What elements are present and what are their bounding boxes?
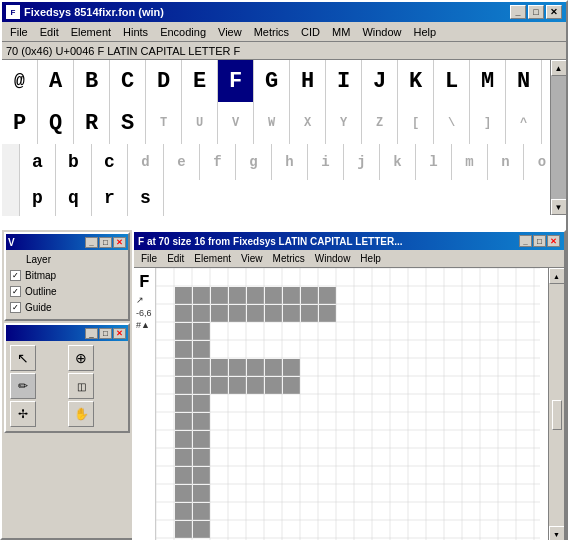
char-cell-p[interactable]: p (20, 180, 56, 216)
editor-menu-window[interactable]: Window (310, 252, 356, 265)
tool-hand-btn[interactable]: ✋ (68, 401, 94, 427)
editor-title-buttons: _ □ ✕ (519, 235, 560, 247)
char-cell-i[interactable]: i (308, 144, 344, 180)
char-cell-b[interactable]: b (56, 144, 92, 180)
char-cell-M[interactable]: M (470, 60, 506, 102)
char-cell-T[interactable]: T (146, 102, 182, 144)
char-cell-f[interactable]: f (200, 144, 236, 180)
layer-guide-checkbox[interactable] (10, 302, 21, 313)
menu-metrics[interactable]: Metrics (248, 23, 295, 41)
char-grid-vscroll[interactable]: ▲ ▼ (550, 60, 566, 215)
editor-menu-edit[interactable]: Edit (162, 252, 189, 265)
char-cell-U[interactable]: U (182, 102, 218, 144)
editor-menu-help[interactable]: Help (355, 252, 386, 265)
char-cell-I[interactable]: I (326, 60, 362, 102)
char-cell-D[interactable]: D (146, 60, 182, 102)
char-cell-Q[interactable]: Q (38, 102, 74, 144)
char-cell-rbracket[interactable]: ] (470, 102, 506, 144)
char-cell-c[interactable]: c (92, 144, 128, 180)
layers-restore-btn[interactable]: □ (99, 237, 112, 248)
layer-outline-checkbox[interactable] (10, 286, 21, 297)
menu-element[interactable]: Element (65, 23, 117, 41)
char-cell-J[interactable]: J (362, 60, 398, 102)
tool-move-btn[interactable]: ✢ (10, 401, 36, 427)
tool-pointer-btn[interactable]: ↖ (10, 345, 36, 371)
char-cell-h[interactable]: h (272, 144, 308, 180)
char-cell-q[interactable]: q (56, 180, 92, 216)
char-cell-L[interactable]: L (434, 60, 470, 102)
char-cell-H[interactable]: H (290, 60, 326, 102)
char-cell-caret[interactable]: ^ (506, 102, 542, 144)
editor-vscroll[interactable]: ▲ ▼ (548, 268, 564, 540)
tools-restore-btn[interactable]: □ (99, 328, 112, 339)
char-cell-X[interactable]: X (290, 102, 326, 144)
char-cell-at[interactable]: @ (2, 60, 38, 102)
editor-restore-btn[interactable]: □ (533, 235, 546, 247)
editor-menu-element[interactable]: Element (189, 252, 236, 265)
char-cell-B[interactable]: B (74, 60, 110, 102)
tools-minimize-btn[interactable]: _ (85, 328, 98, 339)
menu-cid[interactable]: CID (295, 23, 326, 41)
char-cell-V[interactable]: V (218, 102, 254, 144)
char-cell-r[interactable]: r (92, 180, 128, 216)
char-cell-P[interactable]: P (2, 102, 38, 144)
char-cell-l[interactable]: l (416, 144, 452, 180)
char-cell-A[interactable]: A (38, 60, 74, 102)
close-button[interactable]: ✕ (546, 5, 562, 19)
char-cell-d[interactable]: d (128, 144, 164, 180)
tool-pencil-btn[interactable]: ✏ (10, 373, 36, 399)
menu-mm[interactable]: MM (326, 23, 356, 41)
tools-close-btn[interactable]: ✕ (113, 328, 126, 339)
editor-minimize-btn[interactable]: _ (519, 235, 532, 247)
restore-button[interactable]: □ (528, 5, 544, 19)
menu-hints[interactable]: Hints (117, 23, 154, 41)
char-cell-K[interactable]: K (398, 60, 434, 102)
char-cell-C[interactable]: C (110, 60, 146, 102)
char-cell-Z[interactable]: Z (362, 102, 398, 144)
char-cell-n[interactable]: n (488, 144, 524, 180)
char-cell-j[interactable]: j (344, 144, 380, 180)
scroll-up-btn[interactable]: ▲ (551, 60, 567, 76)
menu-encoding[interactable]: Encoding (154, 23, 212, 41)
editor-vscroll-up[interactable]: ▲ (549, 268, 565, 284)
scroll-down-btn[interactable]: ▼ (551, 199, 567, 215)
char-cell-Y[interactable]: Y (326, 102, 362, 144)
menu-window[interactable]: Window (356, 23, 407, 41)
char-cell-backslash[interactable]: \ (434, 102, 470, 144)
editor-vscroll-down[interactable]: ▼ (549, 526, 565, 540)
char-cell-bracket[interactable]: [ (398, 102, 434, 144)
tool-eraser-btn[interactable]: ◫ (68, 373, 94, 399)
layers-close-btn[interactable]: ✕ (113, 237, 126, 248)
char-cell-R[interactable]: R (74, 102, 110, 144)
char-cell-k[interactable]: k (380, 144, 416, 180)
char-cell-S[interactable]: S (110, 102, 146, 144)
char-cell-N[interactable]: N (506, 60, 542, 102)
pixel-canvas[interactable] (156, 268, 540, 540)
char-cell-E[interactable]: E (182, 60, 218, 102)
editor-menu-view[interactable]: View (236, 252, 268, 265)
tool-zoom-btn[interactable]: ⊕ (68, 345, 94, 371)
char-cell-F[interactable]: F (218, 60, 254, 102)
pixel-grid-container[interactable]: ▲ ▼ ◀ ▶ (156, 268, 564, 540)
char-row-0: @ A B C D E F G H I J K L M N O (2, 60, 566, 102)
editor-close-btn[interactable]: ✕ (547, 235, 560, 247)
char-cell-G[interactable]: G (254, 60, 290, 102)
char-cell-W[interactable]: W (254, 102, 290, 144)
editor-vscroll-thumb[interactable] (552, 400, 562, 430)
char-cell-e[interactable]: e (164, 144, 200, 180)
minimize-button[interactable]: _ (510, 5, 526, 19)
editor-menu-metrics[interactable]: Metrics (268, 252, 310, 265)
menu-view[interactable]: View (212, 23, 248, 41)
layer-bitmap-checkbox[interactable] (10, 270, 21, 281)
editor-menu-file[interactable]: File (136, 252, 162, 265)
char-cell-a[interactable]: a (20, 144, 56, 180)
layers-title-buttons: _ □ ✕ (85, 237, 126, 248)
char-cell-m[interactable]: m (452, 144, 488, 180)
layers-minimize-btn[interactable]: _ (85, 237, 98, 248)
menu-help[interactable]: Help (408, 23, 443, 41)
char-cell-g[interactable]: g (236, 144, 272, 180)
char-cell-s[interactable]: s (128, 180, 164, 216)
layers-col-name: Layer (26, 254, 51, 265)
menu-edit[interactable]: Edit (34, 23, 65, 41)
menu-file[interactable]: File (4, 23, 34, 41)
